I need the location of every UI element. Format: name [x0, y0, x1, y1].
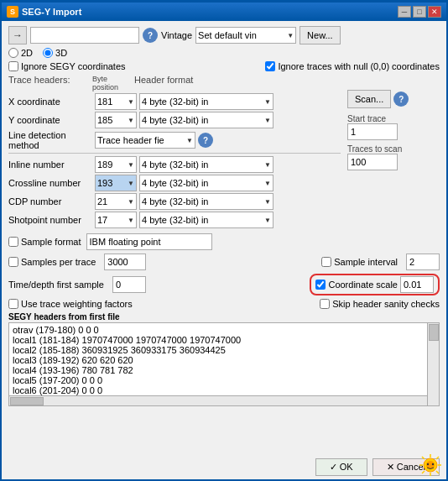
crossline-format-dropdown[interactable]: 4 byte (32-bit) in ▼: [139, 175, 273, 191]
shotpoint-format-dropdown[interactable]: 4 byte (32-bit) in ▼: [139, 212, 273, 228]
sample-interval-row: Sample interval: [321, 254, 398, 270]
ignore-null-checkbox[interactable]: [265, 61, 275, 71]
time-depth-input[interactable]: 0: [112, 276, 146, 293]
coordinate-scale-checkbox[interactable]: [315, 280, 326, 290]
radio-2d[interactable]: 2D: [8, 48, 33, 58]
hscrollbar-thumb[interactable]: [10, 397, 44, 405]
sample-interval-checkbox[interactable]: [321, 257, 331, 267]
svg-line-8: [436, 457, 439, 459]
checkbox-row-top: Ignore SEGY coordinates Ignore traces wi…: [8, 61, 440, 71]
y-byte-dropdown[interactable]: 185 ▼: [95, 112, 137, 128]
line-detection-dropdown[interactable]: Trace header fie ▼: [95, 132, 195, 149]
crossline-byte-dropdown[interactable]: 193 ▼: [95, 175, 137, 191]
scan-button[interactable]: Scan...: [347, 90, 391, 108]
trace-weighting-row: Use trace weighting factors: [8, 299, 133, 309]
skip-header-sanity-checkbox[interactable]: [320, 299, 330, 309]
window-title: SEG-Y Import: [22, 7, 81, 17]
svg-line-9: [422, 471, 425, 473]
log-line: otrav (179-180) 0 0 0: [13, 325, 425, 335]
title-buttons: ─ □ ✕: [398, 6, 441, 18]
log-container: otrav (179-180) 0 0 0local1 (181-184) 19…: [8, 322, 440, 406]
start-trace-section: Start trace 1: [347, 114, 440, 140]
coordinate-scale-input[interactable]: 0.01: [400, 276, 434, 293]
radio-3d[interactable]: 3D: [43, 48, 67, 58]
vintage-dropdown[interactable]: Set default vin ▼: [195, 27, 296, 44]
cdp-format-dropdown[interactable]: 4 byte (32-bit) in ▼: [139, 193, 273, 210]
cdp-byte-dropdown[interactable]: 21 ▼: [95, 193, 137, 210]
vintage-label: Vintage: [161, 30, 192, 40]
inline-format-dropdown[interactable]: 4 byte (32-bit) in ▼: [139, 156, 273, 173]
sample-format-input[interactable]: IBM floating point: [86, 233, 212, 250]
samples-per-trace-input[interactable]: 3000: [104, 254, 146, 270]
shotpoint-byte-dropdown[interactable]: 17 ▼: [95, 212, 137, 228]
start-trace-input[interactable]: 1: [347, 123, 398, 140]
shotpoint-number-row: Shotpoint number 17 ▼ 4 byte (32-bit) in…: [8, 212, 341, 228]
sample-format-checkbox-row: Sample format: [8, 237, 81, 247]
traces-to-scan-input[interactable]: 100: [347, 154, 398, 170]
sample-interval-input[interactable]: 2: [406, 254, 440, 270]
crossline-number-row: Crossline number 193 ▼ 4 byte (32-bit) i…: [8, 175, 341, 191]
log-line: local1 (181-184) 1970747000 1970747000 1…: [13, 335, 425, 345]
svg-point-10: [427, 463, 429, 465]
ignore-segy-checkbox-row: Ignore SEGY coordinates: [8, 61, 126, 71]
toolbar-row: → ? Vintage Set default vin ▼ New...: [8, 26, 440, 44]
cdp-number-row: CDP number 21 ▼ 4 byte (32-bit) in ▼: [8, 193, 341, 210]
separator-1: [8, 153, 341, 154]
new-button[interactable]: New...: [300, 26, 341, 44]
log-title: SEGY headers from first file: [8, 312, 440, 322]
toolbar-input[interactable]: [30, 27, 139, 44]
footer: ✓ OK ✕ Cancel: [2, 455, 446, 479]
mode-radio-group: 2D 3D: [8, 48, 440, 58]
traces-to-scan-section: Traces to scan 100: [347, 144, 440, 170]
close-button[interactable]: ✕: [428, 6, 441, 18]
main-window: S SEG-Y Import ─ □ ✕ → ? Vintage Set def…: [0, 0, 448, 481]
radio-3d-input[interactable]: [43, 48, 53, 58]
toolbar-help-button[interactable]: ?: [143, 28, 158, 43]
column-headers: Trace headers: Byte position Header form…: [8, 75, 341, 91]
scan-help-button[interactable]: ?: [393, 91, 409, 107]
samples-per-trace-checkbox[interactable]: [8, 257, 18, 267]
ignore-null-checkbox-row: Ignore traces with null (0,0) coordinate…: [265, 61, 440, 71]
inline-byte-dropdown[interactable]: 189 ▼: [95, 156, 137, 173]
title-bar: S SEG-Y Import ─ □ ✕: [2, 3, 446, 21]
start-trace-label: Start trace: [347, 114, 440, 123]
svg-point-11: [432, 463, 434, 465]
hscrollbar: [9, 395, 427, 405]
right-section: Scan... ? Start trace 1 Traces to scan 1…: [347, 75, 440, 230]
log-line: local6 (201-204) 0 0 0: [13, 385, 425, 395]
svg-line-7: [436, 471, 439, 473]
radio-2d-input[interactable]: [8, 48, 18, 58]
headers-section: Trace headers: Byte position Header form…: [8, 75, 440, 230]
arrow-button[interactable]: →: [8, 26, 27, 44]
x-byte-dropdown[interactable]: 181 ▼: [95, 93, 137, 110]
sun-decoration: [418, 452, 443, 478]
log-line: local5 (197-200) 0 0 0: [13, 375, 425, 385]
ok-button[interactable]: ✓ OK: [315, 458, 367, 476]
left-section: Trace headers: Byte position Header form…: [8, 75, 341, 230]
y-coordinate-row: Y coordinate 185 ▼ 4 byte (32-bit) in ▼: [8, 112, 341, 128]
maximize-button[interactable]: □: [413, 6, 426, 18]
window-icon: S: [7, 6, 18, 18]
y-format-dropdown[interactable]: 4 byte (32-bit) in ▼: [139, 112, 273, 128]
trace-weighting-checkbox[interactable]: [8, 299, 18, 309]
minimize-button[interactable]: ─: [398, 6, 411, 18]
sample-format-checkbox[interactable]: [8, 237, 18, 247]
log-content[interactable]: otrav (179-180) 0 0 0local1 (181-184) 19…: [9, 323, 439, 405]
ignore-segy-checkbox[interactable]: [8, 61, 18, 71]
scrollbar-thumb[interactable]: [429, 324, 439, 341]
vintage-dropdown-arrow: ▼: [287, 32, 294, 39]
time-depth-label-row: Time/depth first sample: [8, 280, 104, 290]
inline-number-row: Inline number 189 ▼ 4 byte (32-bit) in ▼: [8, 156, 341, 173]
log-section: SEGY headers from first file otrav (179-…: [8, 312, 440, 406]
skip-header-sanity-row: Skip header sanity checks: [320, 299, 440, 309]
x-format-dropdown[interactable]: 4 byte (32-bit) in ▼: [139, 93, 273, 110]
main-content: → ? Vintage Set default vin ▼ New... 2D …: [2, 21, 446, 455]
log-line: local4 (193-196) 780 781 782: [13, 365, 425, 375]
samples-per-trace-row: Samples per trace: [8, 254, 96, 270]
weighting-sanity-row: Use trace weighting factors Skip header …: [8, 299, 440, 309]
scan-row: Scan... ?: [347, 90, 440, 108]
sample-format-row: Sample format IBM floating point: [8, 233, 440, 250]
line-detection-help[interactable]: ?: [198, 133, 213, 148]
samples-row: Samples per trace 3000 Sample interval 2: [8, 254, 440, 270]
scrollbar-track: [427, 323, 439, 405]
